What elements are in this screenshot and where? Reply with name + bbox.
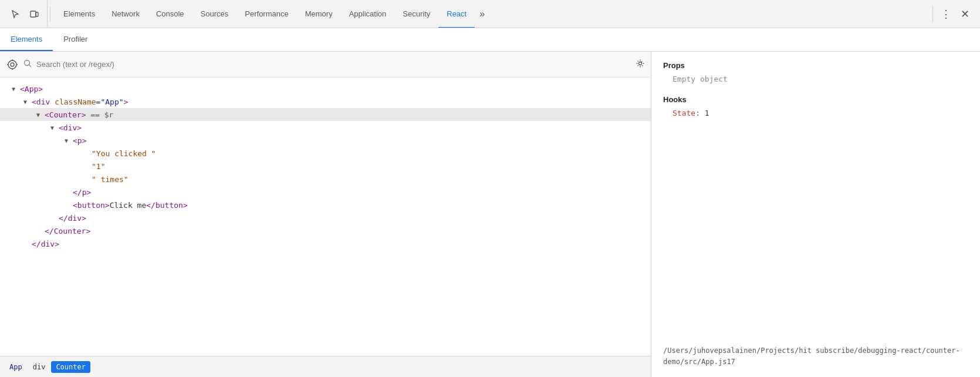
more-options-button[interactable]: ⋮	[938, 6, 954, 22]
tree-row-close-counter[interactable]: </Counter>	[0, 224, 651, 237]
hooks-title: Hooks	[663, 95, 968, 104]
props-title: Props	[663, 61, 968, 70]
tab-elements[interactable]: Elements	[55, 1, 103, 28]
tab-sources[interactable]: Sources	[192, 1, 237, 28]
tab-security[interactable]: Security	[394, 1, 438, 28]
hook-state-key: State:	[673, 109, 700, 117]
tab-profiler[interactable]: Profiler	[53, 28, 98, 51]
tree-row-app[interactable]: ▼ <App>	[0, 82, 651, 95]
triangle-div-app: ▼	[23, 99, 32, 105]
main-tabs: Elements Network Console Sources Perform…	[53, 0, 492, 28]
right-panel: Props Empty object Hooks State: 1 /Users…	[651, 52, 980, 377]
tree-row-div-inner[interactable]: ▼ <div>	[0, 121, 651, 134]
tree-row-close-p[interactable]: </p>	[0, 186, 651, 198]
search-icon	[23, 59, 32, 69]
breadcrumb-bar: App div Counter	[0, 356, 651, 377]
svg-point-3	[11, 63, 14, 66]
tree-row-div-app[interactable]: ▼ <div className="App" >	[0, 95, 651, 108]
second-nav: Elements Profiler	[0, 28, 980, 52]
triangle-p: ▼	[65, 137, 73, 144]
nav-right-buttons: ⋮ ✕	[930, 6, 978, 22]
main-layout: ▼ <App> ▼ <div className="App" > ▼ <Coun…	[0, 52, 980, 377]
search-bar	[0, 52, 651, 78]
tab-application[interactable]: Application	[341, 1, 395, 28]
hook-state-value: 1	[705, 109, 709, 117]
svg-line-9	[29, 65, 32, 68]
nav-divider	[50, 6, 50, 22]
devtools-icons	[2, 0, 48, 28]
breadcrumb-div[interactable]: div	[28, 361, 50, 373]
tab-elements-second[interactable]: Elements	[0, 28, 53, 51]
tab-memory[interactable]: Memory	[297, 1, 341, 28]
triangle-div-inner: ▼	[50, 124, 59, 131]
target-icon[interactable]	[6, 58, 19, 71]
cursor-icon[interactable]	[7, 6, 23, 22]
tab-network[interactable]: Network	[103, 1, 148, 28]
svg-rect-0	[31, 11, 36, 17]
tree-row-string3[interactable]: " times"	[0, 173, 651, 186]
props-empty: Empty object	[673, 75, 968, 83]
tree-row-string1[interactable]: "You clicked "	[0, 147, 651, 160]
svg-point-2	[8, 60, 16, 69]
more-tabs-button[interactable]: »	[475, 0, 489, 28]
close-devtools-button[interactable]: ✕	[957, 6, 973, 22]
tree-row-p[interactable]: ▼ <p>	[0, 134, 651, 147]
tree-row-counter[interactable]: ▼ <Counter> == $r	[0, 108, 651, 121]
svg-rect-1	[36, 12, 38, 16]
component-tree: ▼ <App> ▼ <div className="App" > ▼ <Coun…	[0, 78, 651, 356]
left-panel: ▼ <App> ▼ <div className="App" > ▼ <Coun…	[0, 52, 651, 377]
breadcrumb-app[interactable]: App	[5, 361, 27, 373]
file-path: /Users/juhovepsalainen/Projects/hit subs…	[663, 334, 968, 368]
svg-point-10	[639, 62, 642, 65]
search-input[interactable]	[36, 60, 631, 69]
tree-row-close-div-app[interactable]: </div>	[0, 237, 651, 250]
tree-row-close-div-inner[interactable]: </div>	[0, 211, 651, 224]
device-icon[interactable]	[26, 6, 42, 22]
hook-state: State: 1	[673, 109, 968, 117]
tab-react[interactable]: React	[438, 1, 475, 28]
svg-point-8	[25, 60, 30, 66]
triangle-app: ▼	[12, 86, 20, 92]
triangle-counter: ▼	[36, 112, 45, 118]
tab-console[interactable]: Console	[148, 1, 192, 28]
tree-row-button[interactable]: <button>Click me</button>	[0, 198, 651, 211]
settings-gear-icon[interactable]	[636, 59, 645, 70]
tab-performance[interactable]: Performance	[236, 1, 296, 28]
breadcrumb-counter[interactable]: Counter	[51, 361, 90, 373]
tree-row-string2[interactable]: "1"	[0, 160, 651, 173]
top-nav: Elements Network Console Sources Perform…	[0, 0, 980, 28]
right-divider	[932, 6, 933, 22]
